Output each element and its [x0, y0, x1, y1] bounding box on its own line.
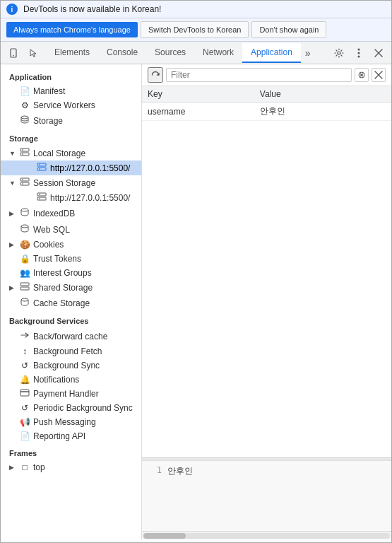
session-storage-expand-icon: ▼: [9, 180, 16, 187]
manifest-icon: 📄: [19, 86, 30, 96]
svg-rect-7: [20, 148, 29, 151]
scrollbar-thumb[interactable]: [143, 533, 186, 539]
trust-tokens-icon: 🔒: [19, 254, 30, 264]
sidebar-item-trust-tokens[interactable]: 🔒 Trust Tokens: [1, 252, 141, 266]
close-icon-button[interactable]: [369, 43, 388, 63]
cursor-icon-button[interactable]: [23, 43, 43, 63]
cookies-expand-icon: ▶: [9, 241, 16, 248]
sidebar-item-notifications[interactable]: 🔔 Notifications: [1, 373, 141, 387]
svg-rect-11: [37, 163, 46, 166]
sidebar-item-push-messaging[interactable]: 📢 Push Messaging: [1, 415, 141, 429]
notifications-label: Notifications: [33, 375, 79, 385]
sidebar-item-interest-groups[interactable]: 👥 Interest Groups: [1, 266, 141, 280]
scrollbar-area[interactable]: [142, 531, 391, 539]
sidebar-item-bg-fetch[interactable]: ↕ Background Fetch: [1, 344, 141, 358]
filter-bar: [142, 64, 391, 86]
dots-icon-button[interactable]: [349, 43, 369, 63]
settings-icon-button[interactable]: [329, 43, 349, 63]
section-title-background: Background Services: [1, 311, 141, 328]
info-bar-text: DevTools is now available in Korean!: [23, 4, 386, 14]
back-forward-icon: [19, 330, 30, 342]
tab-more-button[interactable]: »: [301, 45, 315, 62]
svg-rect-16: [20, 182, 29, 185]
interest-groups-icon: 👥: [19, 268, 30, 278]
filter-delete-button[interactable]: [372, 68, 386, 82]
match-language-button[interactable]: Always match Chrome's language: [6, 22, 138, 37]
session-storage-url-icon: [36, 192, 47, 203]
table-cell-key: username: [142, 103, 254, 121]
sidebar-item-local-storage-url[interactable]: http://127.0.0.1:5500/: [1, 160, 141, 175]
scrollbar-track[interactable]: [143, 533, 390, 539]
svg-rect-12: [37, 168, 46, 170]
sidebar-item-local-storage[interactable]: ▼ Local Storage: [1, 146, 141, 160]
tab-network[interactable]: Network: [194, 43, 242, 63]
session-storage-label: Session Storage: [33, 178, 95, 188]
websql-label: Web SQL: [33, 225, 70, 235]
bg-fetch-icon: ↕: [19, 346, 30, 356]
sidebar-item-storage-app[interactable]: Storage: [1, 112, 141, 129]
info-bar: i DevTools is now available in Korean!: [1, 1, 391, 18]
info-icon: i: [6, 4, 18, 15]
content-area: Key Value username 안후인 1 안후인: [142, 64, 391, 539]
sidebar-item-shared-storage[interactable]: ▶ Shared Storage: [1, 280, 141, 295]
line-content: 안후인: [167, 465, 193, 477]
tab-console[interactable]: Console: [98, 43, 146, 63]
filter-input[interactable]: [166, 68, 352, 82]
svg-rect-8: [20, 153, 29, 156]
svg-point-2: [338, 52, 340, 54]
sidebar-item-session-storage-url[interactable]: http://127.0.0.1:5500/: [1, 190, 141, 205]
main-layout: Application 📄 Manifest ⚙ Service Workers…: [1, 64, 391, 539]
indexeddb-icon: [19, 207, 30, 219]
mobile-icon-button[interactable]: [4, 43, 23, 63]
sidebar-item-reporting-api[interactable]: 📄 Reporting API: [1, 429, 141, 443]
push-messaging-icon: 📢: [19, 417, 30, 427]
svg-point-23: [21, 209, 28, 211]
sidebar-item-cookies[interactable]: ▶ 🍪 Cookies: [1, 238, 141, 252]
switch-korean-button[interactable]: Switch DevTools to Korean: [141, 21, 249, 38]
button-bar: Always match Chrome's language Switch De…: [1, 18, 391, 42]
sidebar-item-bg-sync[interactable]: ↺ Background Sync: [1, 358, 141, 373]
table-row[interactable]: username 안후인: [142, 103, 391, 121]
session-storage-icon: [19, 177, 30, 188]
sidebar-item-session-storage[interactable]: ▼ Session Storage: [1, 175, 141, 190]
trust-tokens-label: Trust Tokens: [33, 254, 81, 264]
payment-icon: [19, 389, 30, 399]
sidebar-item-top[interactable]: ▶ □ top: [1, 460, 141, 474]
dont-show-button[interactable]: Don't show again: [251, 21, 326, 38]
service-workers-label: Service Workers: [33, 100, 95, 110]
local-storage-label: Local Storage: [33, 148, 85, 158]
table-area: Key Value username 안후인: [142, 86, 391, 457]
sidebar-item-service-workers[interactable]: ⚙ Service Workers: [1, 98, 141, 112]
periodic-sync-icon: ↺: [19, 403, 30, 413]
svg-point-3: [358, 48, 360, 50]
sidebar-item-manifest[interactable]: 📄 Manifest: [1, 84, 141, 98]
sidebar-item-websql[interactable]: Web SQL: [1, 221, 141, 238]
storage-app-label: Storage: [33, 116, 63, 126]
svg-point-4: [358, 52, 360, 54]
payment-label: Payment Handler: [33, 389, 99, 399]
tab-elements[interactable]: Elements: [46, 43, 98, 63]
tab-bar: Elements Console Sources Network Applica…: [1, 42, 391, 64]
periodic-sync-label: Periodic Background Sync: [33, 403, 133, 413]
tab-sources[interactable]: Sources: [146, 43, 194, 63]
top-frame-icon: □: [19, 462, 30, 472]
tab-bar-left: [1, 43, 46, 63]
section-title-storage: Storage: [1, 129, 141, 146]
filter-clear-button[interactable]: [355, 68, 369, 82]
svg-point-24: [21, 225, 28, 228]
service-workers-icon: ⚙: [19, 100, 30, 110]
bottom-line: 1 안후인: [142, 464, 391, 479]
cache-storage-label: Cache Storage: [33, 298, 90, 308]
sidebar-item-periodic-sync[interactable]: ↺ Periodic Background Sync: [1, 401, 141, 415]
line-number: 1: [148, 465, 162, 477]
sidebar-item-back-forward[interactable]: Back/forward cache: [1, 328, 141, 344]
sidebar-item-cache-storage[interactable]: Cache Storage: [1, 295, 141, 311]
sidebar-item-indexeddb[interactable]: ▶ IndexedDB: [1, 205, 141, 221]
svg-point-6: [21, 116, 28, 119]
interest-groups-label: Interest Groups: [33, 268, 92, 278]
refresh-button[interactable]: [148, 67, 163, 83]
shared-storage-expand-icon: ▶: [9, 284, 16, 291]
local-storage-expand-icon: ▼: [9, 150, 16, 157]
tab-application[interactable]: Application: [242, 43, 301, 63]
sidebar-item-payment[interactable]: Payment Handler: [1, 387, 141, 401]
